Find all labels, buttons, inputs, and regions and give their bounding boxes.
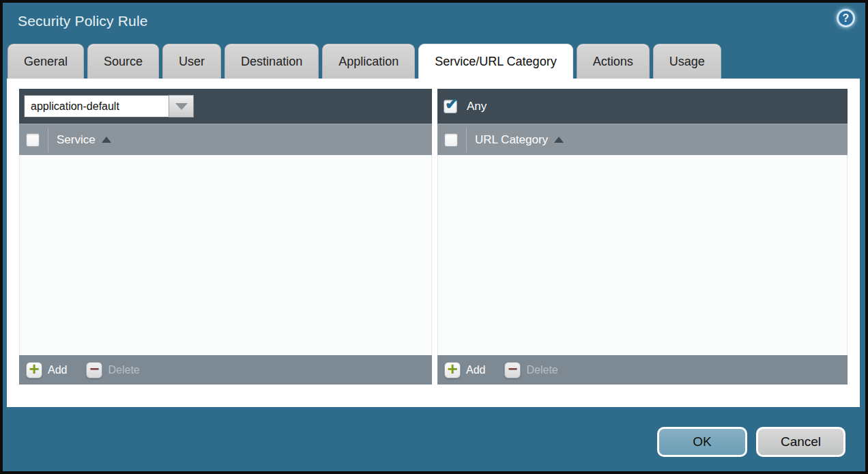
delete-url-category-button[interactable]: − Delete [504,362,558,378]
any-checkbox[interactable]: ✔ [444,100,457,113]
chevron-down-icon [175,103,188,110]
add-service-button[interactable]: + Add [26,362,67,378]
column-separator [48,128,48,152]
any-label: Any [467,100,487,113]
tab-bar: General Source User Destination Applicat… [8,44,721,79]
url-category-panel-footer: + Add − Delete [437,355,848,385]
tab-usage[interactable]: Usage [653,44,721,79]
url-category-column-label[interactable]: URL Category [475,133,548,147]
service-column-label[interactable]: Service [57,133,96,147]
service-column-header-row: Service [19,124,432,155]
tab-service-url-category[interactable]: Service/URL Category [418,44,573,79]
select-all-url-categories-checkbox[interactable] [444,133,458,147]
dialog-title: Security Policy Rule [18,13,148,29]
tab-source[interactable]: Source [87,44,159,79]
column-separator [466,128,467,152]
sort-ascending-icon [102,137,111,143]
question-mark-glyph: ? [843,12,850,25]
sort-ascending-icon [554,137,564,143]
tab-destination[interactable]: Destination [225,44,319,79]
service-type-dropdown[interactable] [24,95,194,117]
url-category-panel: ✔ Any URL Category + Add [437,89,848,385]
url-category-column-header-row: URL Category [437,124,848,155]
security-policy-rule-dialog: Security Policy Rule ? General Source Us… [0,0,868,474]
service-list [19,155,432,355]
delete-icon: − [504,362,521,378]
service-panel: Service + Add − Delete [19,89,432,385]
add-icon: + [444,362,461,378]
tab-general[interactable]: General [8,44,84,79]
delete-service-button[interactable]: − Delete [86,362,139,378]
service-toolbar [19,89,432,124]
tab-user[interactable]: User [162,44,221,79]
tab-actions[interactable]: Actions [577,44,650,79]
help-icon[interactable]: ? [837,9,855,27]
cancel-button[interactable]: Cancel [756,427,845,457]
add-url-category-button[interactable]: + Add [444,362,485,378]
tab-content: Service + Add − Delete [7,79,860,407]
ok-button[interactable]: OK [657,427,747,457]
add-icon: + [26,362,42,378]
service-panel-footer: + Add − Delete [19,355,432,385]
checkmark-icon: ✔ [445,96,458,113]
select-all-services-checkbox[interactable] [26,133,40,147]
url-category-list [437,155,848,355]
tab-application[interactable]: Application [322,44,415,79]
service-type-input[interactable] [24,95,169,117]
dropdown-arrow-button[interactable] [169,95,194,117]
delete-icon: − [86,362,102,378]
url-category-toolbar: ✔ Any [437,89,848,124]
